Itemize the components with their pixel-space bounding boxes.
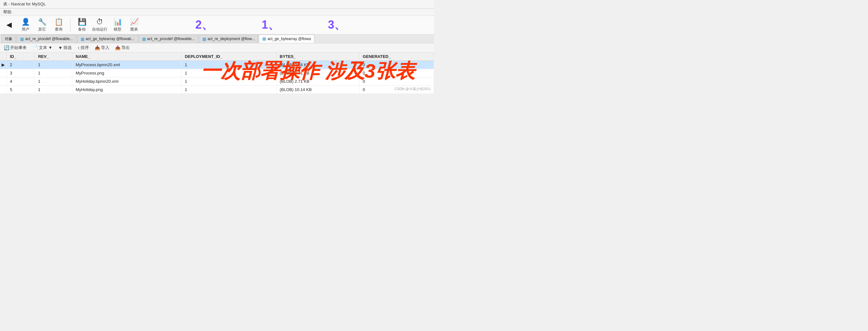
toolbar-backup[interactable]: 💾 备份	[75, 18, 88, 32]
title-text: 表 - Navicat for MySQL	[3, 2, 46, 6]
tab-5-label: act_ge_bytearray @flowa	[267, 37, 311, 41]
import-icon: 📥	[95, 45, 100, 50]
cell-id: 4	[7, 77, 35, 86]
backup-icon: 💾	[78, 18, 86, 26]
filter-button[interactable]: ▼ 筛选	[57, 44, 73, 51]
start-tx-icon: 🔄	[4, 45, 9, 50]
toolbar-back[interactable]: ◀	[3, 21, 15, 29]
toolbar-backup-label: 备份	[78, 27, 86, 32]
tab-5-icon: ▦	[262, 36, 266, 41]
tab-1-label: act_re_procdef @flowable...	[25, 37, 73, 41]
tab-3-label: act_re_procdef @flowable...	[147, 37, 195, 41]
main-area: ID_ REV_ NAME_ DEPLOYMENT_ID_ BYTES_ GEN…	[0, 53, 434, 94]
cell-rev: 1	[35, 69, 72, 77]
toolbar-chart[interactable]: 📈 图表	[128, 18, 141, 32]
autorun-icon: ⏱	[96, 18, 103, 26]
toolbar: ◀ 👤 用户 🔧 其它 📋 查询 💾 备份 ⏱ 自动运行 📊 模型 📈 图表 2…	[0, 16, 434, 34]
cell-name: MyHoliday.png	[72, 86, 182, 94]
model-icon: 📊	[114, 18, 122, 26]
export-button[interactable]: 📤 导出	[114, 44, 131, 51]
cell-bytes: (BLOB) 10.14 KB	[276, 86, 360, 94]
col-name[interactable]: NAME_	[72, 53, 182, 61]
menu-help[interactable]: 帮助	[3, 9, 11, 14]
annotation-1: 1、	[261, 17, 279, 33]
text-icon: 📄	[32, 45, 38, 50]
annotation-3: 3、	[328, 17, 346, 33]
toolbar-chart-label: 图表	[130, 27, 138, 32]
toolbar-user-label: 用户	[22, 27, 29, 32]
row-indicator	[0, 69, 7, 77]
row-indicator	[0, 86, 7, 94]
tab-object[interactable]: 对象	[1, 35, 16, 43]
watermark-text: CSDN @今弧少伏2011	[395, 87, 431, 91]
sort-icon: ↕	[78, 45, 80, 50]
user-icon: 👤	[21, 18, 30, 26]
tab-2-label: act_ge_bytearray @flowab...	[86, 37, 134, 41]
toolbar-other[interactable]: 🔧 其它	[36, 18, 49, 32]
annotation-2: 2、	[195, 17, 213, 33]
menu-bar: 帮助	[0, 9, 434, 16]
import-label: 导入	[101, 45, 109, 51]
filter-icon: ▼	[58, 45, 62, 50]
cell-id: 5	[7, 86, 35, 94]
toolbar-model-label: 模型	[114, 27, 121, 32]
tab-4[interactable]: ▦ act_re_deployment @flow...	[199, 35, 258, 43]
tab-3-icon: ▦	[142, 37, 146, 41]
tab-bar: 对象 ▦ act_re_procdef @flowable... ▦ act_g…	[0, 34, 434, 43]
chart-icon: 📈	[130, 18, 138, 26]
query-icon: 📋	[55, 18, 63, 26]
cell-rev: 1	[35, 86, 72, 94]
title-bar: 表 - Navicat for MySQL	[0, 0, 434, 9]
toolbar-other-label: 其它	[38, 27, 46, 32]
col-indicator	[0, 53, 7, 61]
text-label: 文本 ▼	[39, 45, 52, 51]
sort-label: 排序	[81, 45, 89, 51]
export-label: 导出	[121, 45, 130, 51]
start-tx-button[interactable]: 🔄 开始事务	[3, 44, 28, 51]
tab-2[interactable]: ▦ act_ge_bytearray @flowab...	[77, 35, 138, 43]
toolbar-user[interactable]: 👤 用户	[19, 18, 32, 32]
filter-label: 筛选	[63, 45, 72, 51]
tab-5[interactable]: ▦ act_ge_bytearray @flowa	[259, 35, 314, 43]
tab-4-icon: ▦	[202, 37, 206, 41]
bottom-annotation: 一次部署操作 涉及3张表	[201, 58, 415, 84]
toolbar-query-label: 查询	[55, 27, 62, 32]
table-row[interactable]: 51MyHoliday.png1(BLOB) 10.14 KB0	[0, 86, 434, 94]
watermark: CSDN @今弧少伏2011	[395, 87, 431, 91]
row-indicator	[0, 77, 7, 86]
action-bar: 🔄 开始事务 📄 文本 ▼ ▼ 筛选 ↕ 排序 📥 导入 📤 导出	[0, 43, 434, 53]
cell-deployment-id: 1	[182, 86, 277, 94]
tab-2-icon: ▦	[81, 37, 85, 41]
start-tx-label: 开始事务	[10, 45, 27, 51]
tab-object-label: 对象	[5, 36, 12, 42]
tab-4-label: act_re_deployment @flow...	[208, 37, 255, 41]
toolbar-autorun-label: 自动运行	[92, 27, 107, 32]
bottom-annotation-text: 一次部署操作 涉及3张表	[201, 60, 415, 82]
toolbar-model[interactable]: 📊 模型	[111, 18, 124, 32]
export-icon: 📤	[115, 45, 120, 50]
cell-name: MyHoliday.bpmn20.xml	[72, 77, 182, 86]
cell-rev: 1	[35, 77, 72, 86]
back-icon: ◀	[6, 21, 12, 29]
tab-1[interactable]: ▦ act_re_procdef @flowable...	[17, 35, 76, 43]
toolbar-separator-1	[70, 19, 70, 32]
tab-3[interactable]: ▦ act_re_procdef @flowable...	[138, 35, 198, 43]
toolbar-query[interactable]: 📋 查询	[52, 18, 65, 32]
cell-name: MyProcess.png	[72, 69, 182, 77]
col-rev[interactable]: REV_	[35, 53, 72, 61]
toolbar-autorun[interactable]: ⏱ 自动运行	[92, 18, 107, 32]
sort-button[interactable]: ↕ 排序	[76, 44, 90, 51]
other-icon: 🔧	[38, 18, 46, 26]
tab-1-icon: ▦	[20, 37, 24, 41]
col-id[interactable]: ID_	[7, 53, 35, 61]
cell-rev: 1	[35, 61, 72, 69]
import-button[interactable]: 📥 导入	[93, 44, 111, 51]
cell-name: MyProcess.bpmn20.xml	[72, 61, 182, 69]
row-indicator: ▶	[0, 61, 7, 69]
text-button[interactable]: 📄 文本 ▼	[31, 44, 54, 51]
cell-id: 2	[7, 61, 35, 69]
cell-id: 3	[7, 69, 35, 77]
